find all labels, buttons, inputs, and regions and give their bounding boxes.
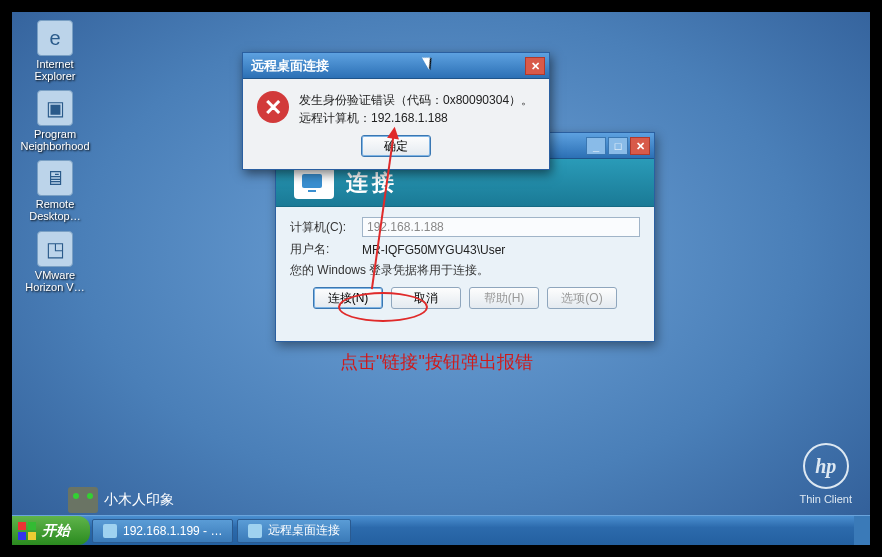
start-button[interactable]: 开始: [12, 516, 90, 545]
username-value: MR-IQFG50MYGU43\User: [362, 243, 640, 257]
rdc-logo-icon: [294, 167, 334, 199]
desktop-icon-program-neighborhood[interactable]: ▣ Program Neighborhood: [20, 90, 90, 152]
error-icon: ✕: [257, 91, 289, 123]
desktop-icon-vmware-horizon[interactable]: ◳ VMware Horizon V…: [20, 231, 90, 293]
taskbar-app-icon: [103, 524, 117, 538]
desktop-icon-label: Program Neighborhood: [20, 128, 90, 152]
ie-icon: e: [37, 20, 73, 56]
desktop-icon-label: Remote Desktop…: [20, 198, 90, 222]
minimize-button[interactable]: _: [586, 137, 606, 155]
program-neighborhood-icon: ▣: [37, 90, 73, 126]
svg-rect-0: [302, 174, 322, 188]
svg-rect-1: [308, 190, 316, 192]
desktop-icon-remote-desktop[interactable]: 🖥 Remote Desktop…: [20, 160, 90, 222]
system-tray[interactable]: [854, 516, 870, 545]
watermark-robot-icon: [68, 487, 98, 513]
error-ok-button[interactable]: 确定: [361, 135, 431, 157]
desktop-icon-label: Internet Explorer: [20, 58, 90, 82]
computer-label: 计算机(C):: [290, 219, 362, 236]
cancel-button[interactable]: 取消: [391, 287, 461, 309]
taskbar-item-rdp-session[interactable]: 192.168.1.199 - …: [92, 519, 233, 543]
help-button[interactable]: 帮助(H): [469, 287, 539, 309]
taskbar-item-rdc[interactable]: 远程桌面连接: [237, 519, 351, 543]
vmware-icon: ◳: [37, 231, 73, 267]
error-message: 发生身份验证错误（代码：0x80090304）。 远程计算机：192.168.1…: [299, 91, 533, 127]
error-titlebar[interactable]: 远程桌面连接 ✕: [243, 53, 549, 79]
options-button[interactable]: 选项(O): [547, 287, 617, 309]
desktop-icon-ie[interactable]: e Internet Explorer: [20, 20, 90, 82]
watermark: 小木人印象: [68, 487, 174, 513]
credentials-note: 您的 Windows 登录凭据将用于连接。: [290, 262, 640, 279]
annotation-text: 点击"链接"按钮弹出报错: [340, 350, 533, 374]
username-label: 用户名:: [290, 241, 362, 258]
connect-button[interactable]: 连接(N): [313, 287, 383, 309]
error-title: 远程桌面连接: [251, 57, 329, 75]
hp-logo: hp Thin Client: [799, 443, 852, 505]
desktop-icon-label: VMware Horizon V…: [20, 269, 90, 293]
close-button[interactable]: ✕: [630, 137, 650, 155]
computer-input[interactable]: [362, 217, 640, 237]
error-dialog: 远程桌面连接 ✕ ✕ 发生身份验证错误（代码：0x80090304）。 远程计算…: [242, 52, 550, 170]
hp-icon: hp: [803, 443, 849, 489]
taskbar-app-icon: [248, 524, 262, 538]
remote-desktop-icon: 🖥: [37, 160, 73, 196]
maximize-button[interactable]: □: [608, 137, 628, 155]
error-close-button[interactable]: ✕: [525, 57, 545, 75]
taskbar: 开始 192.168.1.199 - … 远程桌面连接: [12, 515, 870, 545]
